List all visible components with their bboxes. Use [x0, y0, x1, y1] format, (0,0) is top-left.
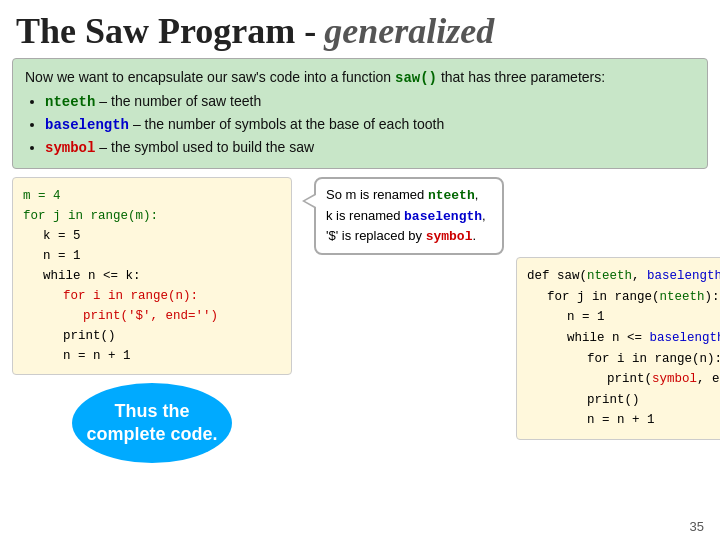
code-line-1: m = 4 [23, 186, 281, 206]
code-line-3: k = 5 [23, 226, 281, 246]
callout-line-2: k is renamed baselength, [326, 206, 492, 227]
title-area: The Saw Program - generalized [0, 0, 720, 58]
description-box: Now we want to encapsulate our saw's cod… [12, 58, 708, 169]
rcode-line-7: print() [527, 390, 720, 411]
title-italic: generalized [324, 10, 494, 52]
code-line-2: for j in range(m): [23, 206, 281, 226]
code-line-6: for i in range(n): [23, 286, 281, 306]
thus-bubble: Thus the complete code. [72, 383, 232, 463]
rcode-line-5: for i in range(n): [527, 349, 720, 370]
param-nteeth: nteeth – the number of saw teeth [45, 91, 695, 113]
rcode-line-4: while n <= baselength: [527, 328, 720, 349]
param-baselength: baselength – the number of symbols at th… [45, 114, 695, 136]
code-line-8: print() [23, 326, 281, 346]
rcode-line-1: def saw(nteeth, baselength, symbol): [527, 266, 720, 287]
params-list: nteeth – the number of saw teeth baselen… [45, 91, 695, 159]
code-line-9: n = n + 1 [23, 346, 281, 366]
callout-line-1: So m is renamed nteeth, [326, 185, 492, 206]
param-symbol: symbol – the symbol used to build the sa… [45, 137, 695, 159]
callout-box: So m is renamed nteeth, k is renamed bas… [314, 177, 504, 255]
callout-column: So m is renamed nteeth, k is renamed bas… [304, 177, 504, 463]
rcode-line-2: for j in range(nteeth): [527, 287, 720, 308]
callout-line-3: '$' is replaced by symbol. [326, 226, 492, 247]
main-content: m = 4 for j in range(m): k = 5 n = 1 whi… [12, 177, 708, 463]
page-number: 35 [690, 519, 704, 534]
right-code-box: def saw(nteeth, baselength, symbol): for… [516, 257, 720, 440]
right-panel: def saw(nteeth, baselength, symbol): for… [516, 177, 720, 463]
func-name: saw() [395, 70, 437, 86]
code-line-4: n = 1 [23, 246, 281, 266]
desc-intro: Now we want to encapsulate our saw's cod… [25, 67, 695, 89]
code-line-5: while n <= k: [23, 266, 281, 286]
rcode-line-3: n = 1 [527, 307, 720, 328]
title-text: The Saw Program - [16, 10, 316, 52]
left-code-box: m = 4 for j in range(m): k = 5 n = 1 whi… [12, 177, 292, 375]
left-panel: m = 4 for j in range(m): k = 5 n = 1 whi… [12, 177, 292, 463]
code-line-7: print('$', end='') [23, 306, 281, 326]
rcode-line-6: print(symbol, end='') [527, 369, 720, 390]
rcode-line-8: n = n + 1 [527, 410, 720, 431]
